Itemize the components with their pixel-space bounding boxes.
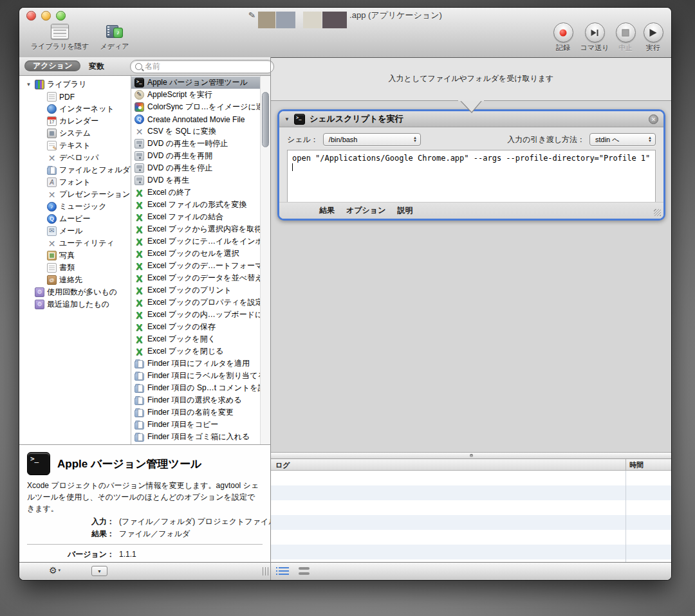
action-list-item[interactable]: Finder 項目の選択を求める [131, 394, 261, 406]
log-splitter-handle[interactable] [271, 452, 671, 459]
tab-variables[interactable]: 変数 [89, 61, 104, 72]
sidebar-item-label: 最近追加したもの [47, 299, 109, 310]
shell-select[interactable]: /bin/bash ▲▼ [323, 133, 421, 146]
panel-divider[interactable] [270, 57, 271, 580]
pass-input-select[interactable]: stdin へ ▲▼ [589, 133, 656, 146]
sidebar-item[interactable]: ファイルとフォルダ [19, 164, 131, 176]
action-list-item[interactable]: Create Annotated Movie File [131, 113, 261, 125]
sidebar-item-label: PDF [59, 93, 75, 102]
sidebar-item[interactable]: 最近追加したもの [19, 298, 131, 311]
sidebar-item-label: 使用回数が多いもの [47, 287, 117, 298]
excel-icon [134, 273, 144, 283]
action-list-item[interactable]: Excel の終了 [131, 186, 261, 199]
action-list-item[interactable]: Excel ブックを開く [131, 333, 261, 345]
action-footer-button[interactable]: 結果 [319, 205, 335, 216]
sidebar-item[interactable]: システム [19, 127, 131, 140]
dvd-icon [134, 151, 144, 161]
step-button[interactable]: コマ送り [579, 23, 611, 53]
action-list-item[interactable]: Finder 項目にラベルを割り当てる [131, 370, 261, 382]
action-list-item[interactable]: Excel ブックのプリント [131, 284, 261, 296]
log-view-panes-button[interactable] [299, 567, 310, 575]
run-button[interactable]: 実行 [639, 23, 667, 53]
record-icon [560, 29, 567, 36]
sidebar-item[interactable]: テキスト [19, 140, 131, 152]
action-list-item[interactable]: Apple バージョン管理ツール [131, 77, 261, 89]
action-footer-button[interactable]: 説明 [397, 205, 412, 216]
sidebar-item[interactable]: カレンダー [19, 115, 131, 127]
pane-drag-handle-icon[interactable] [263, 567, 269, 575]
sidebar-item[interactable]: プレゼンテーション [19, 188, 131, 201]
action-footer: 結果オプション説明 [279, 202, 663, 219]
action-item-label: Finder 項目の名前を変更 [147, 407, 234, 418]
toggle-description-button[interactable]: ▼ [91, 566, 107, 576]
sidebar-item[interactable]: PDF [19, 91, 131, 103]
script-text-editor[interactable]: open "/Applications/Google Chrome.app" -… [287, 150, 656, 205]
stop-icon [622, 29, 629, 36]
action-list-item[interactable]: Excel ブックのセルを選択 [131, 248, 261, 260]
finder-icon [134, 361, 144, 368]
action-list-item[interactable]: Excel ブックの保存 [131, 321, 261, 333]
resize-grip-icon[interactable] [654, 209, 661, 216]
sidebar-item[interactable]: 写真 [19, 249, 131, 262]
action-list-item[interactable]: DVD の再生を一時停止 [131, 138, 261, 150]
sidebar-item[interactable]: ▼ライブラリ [19, 78, 131, 91]
action-list-item[interactable]: Excel ファイルの形式を変換 [131, 199, 261, 211]
sidebar-item[interactable]: 使用回数が多いもの [19, 286, 131, 298]
action-item-label: Excel ブックの保存 [147, 322, 216, 332]
sidebar-item[interactable]: 連絡先 [19, 274, 131, 286]
action-list-scrollbar[interactable] [260, 75, 270, 444]
action-list-item[interactable]: Excel ブックのプロパティを設定 [131, 296, 261, 309]
disclosure-triangle-icon[interactable]: ▼ [25, 82, 32, 87]
sidebar-item[interactable]: ミュージック [19, 201, 131, 213]
sidebar-item[interactable]: メール [19, 225, 131, 237]
action-list-item[interactable]: Finder 項目をゴミ箱に入れる [131, 431, 261, 443]
sidebar-item[interactable]: フォント [19, 176, 131, 188]
time-column-header[interactable]: 時間 [629, 460, 644, 470]
log-column-header[interactable]: ログ [275, 460, 290, 470]
scrollbar-thumb[interactable] [262, 92, 269, 147]
action-list-item[interactable]: CSV を SQL に変換 [131, 125, 261, 138]
sidebar-item-label: ミュージック [59, 201, 106, 212]
action-footer-button[interactable]: オプション [346, 205, 385, 216]
titlebar[interactable]: ✎ .app (アプリケーション) [19, 8, 671, 23]
proxy-document-icon[interactable]: ✎ [248, 10, 256, 19]
action-list-item[interactable]: Excel ブックから選択内容を取得 [131, 223, 261, 235]
record-button[interactable]: 記録 [548, 23, 578, 53]
action-list-item[interactable]: DVD を再生 [131, 174, 261, 186]
input-connector-notch [458, 100, 484, 114]
action-list-item[interactable]: Excel ブックを閉じる [131, 345, 261, 358]
action-list-item[interactable]: Excel ファイルの結合 [131, 211, 261, 223]
search-input[interactable]: 名前 [130, 60, 274, 73]
sidebar-item[interactable]: ユーティリティ [19, 237, 131, 249]
action-list-item[interactable]: Finder 項目の名前を変更 [131, 406, 261, 419]
action-item-label: Excel ブックのデ…ートフォーマット [147, 260, 261, 271]
gear-menu-button[interactable]: ⚙▾ [49, 565, 60, 575]
action-list-item[interactable]: DVD の再生を再開 [131, 150, 261, 162]
sidebar-item[interactable]: 書類 [19, 262, 131, 274]
action-list-item[interactable]: ColorSync プロ…をイメージに適用 [131, 101, 261, 113]
action-list-item[interactable]: Finder 項目をコピー [131, 419, 261, 431]
action-list-item[interactable]: Excel ブックにテ…イルをインポート [131, 235, 261, 248]
action-item-label: DVD を再生 [147, 175, 189, 186]
action-list-item[interactable]: DVD の再生を停止 [131, 162, 261, 174]
action-list-item[interactable]: AppleScript を実行 [131, 89, 261, 101]
log-view-list-button[interactable] [279, 567, 289, 575]
remove-action-icon[interactable]: ✕ [649, 114, 658, 124]
action-list-item[interactable]: Excel ブックのデ…ートフォーマット [131, 260, 261, 272]
log-column-divider[interactable] [626, 459, 626, 470]
hide-library-button[interactable]: ライブラリを隠す [26, 23, 94, 51]
action-list-item[interactable]: Excel ブックの内…ップボードに複製 [131, 309, 261, 321]
stop-button[interactable]: 中止 [611, 23, 640, 53]
disclosure-triangle-icon[interactable]: ▼ [284, 116, 290, 122]
action-item-label: Excel ファイルの形式を変換 [147, 199, 246, 210]
log-column-divider-line [626, 471, 626, 563]
action-list-item[interactable]: Finder 項目の Sp…t コメントを設定 [131, 382, 261, 394]
sidebar-item[interactable]: インターネット [19, 103, 131, 115]
sidebar-item[interactable]: デベロッパ [19, 152, 131, 164]
sidebar-item[interactable]: ムービー [19, 213, 131, 225]
action-list-item[interactable]: Finder 項目にフィルタを適用 [131, 358, 261, 370]
smart-icon [35, 287, 44, 297]
action-list-item[interactable]: Excel ブックのデータを並べ替え [131, 272, 261, 284]
media-button[interactable]: ♪ メディア [95, 23, 134, 51]
tab-actions[interactable]: アクション [24, 60, 80, 71]
